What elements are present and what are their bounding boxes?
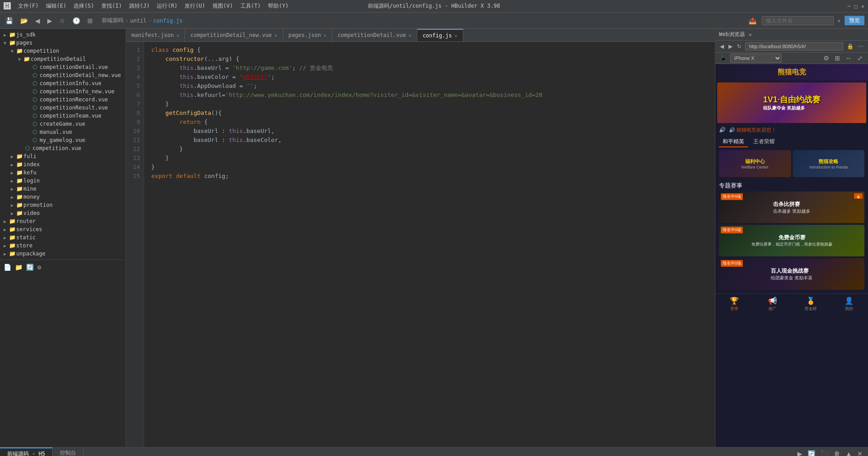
tree-item-mine[interactable]: ▶ 📁 mine [0, 185, 126, 193]
tree-item-unpackage[interactable]: ▶ 📁 unpackage [0, 250, 126, 258]
browser-tool-icon3[interactable]: ↔ [844, 54, 854, 63]
bottom-tab-frontend[interactable]: 前端源码 - H5 [0, 447, 53, 456]
tree-item-competitionDetail[interactable]: ▼ 📁 competitionDetail [0, 55, 126, 63]
tree-item-comprecord-vue[interactable]: ⬡ competitionRecord.vue [0, 96, 126, 104]
save-btn[interactable]: 💾 [4, 16, 15, 25]
tree-item-compinfo-vue[interactable]: ⬡ competitionInfo.vue [0, 79, 126, 87]
game-card-guide[interactable]: 熊猫攻略 Introduction to Panda [793, 150, 865, 177]
menu-view[interactable]: 视图(V) [212, 2, 233, 10]
tree-item-static[interactable]: ▶ 📁 static [0, 233, 126, 242]
browser-forward-btn[interactable]: ▶ [728, 42, 733, 50]
tree-item-compteam-vue[interactable]: ⬡ competitionTeam.vue [0, 112, 126, 120]
menu-file[interactable]: 文件(F) [18, 2, 39, 10]
menu-edit[interactable]: 编辑(E) [46, 2, 67, 10]
multi-btn[interactable]: ⊞ [86, 16, 95, 25]
tree-item-kefu[interactable]: ▶ 📁 kefu [0, 169, 126, 177]
console-refresh-btn[interactable]: 🔄 [806, 449, 817, 456]
tree-item-js-sdk[interactable]: ▶ 📁 js_sdk [0, 31, 126, 39]
tree-item-money[interactable]: ▶ 📁 money [0, 193, 126, 201]
breadcrumb-root[interactable]: 前端源码 [102, 17, 123, 24]
bottom-tab-console[interactable]: 控制台 [53, 447, 84, 456]
bottom-nav-ranking[interactable]: 🏅 赏金榜 [792, 294, 830, 315]
console-clear-btn[interactable]: 🗑 [832, 449, 842, 456]
console-run-btn[interactable]: ▶ [796, 449, 804, 456]
tree-item-pages[interactable]: ▼ 📁 pages [0, 39, 126, 47]
menu-run[interactable]: 运行(R) [157, 2, 177, 10]
tree-item-competition-vue[interactable]: ⬡ competition.vue [0, 144, 126, 152]
console-up-btn[interactable]: ▲ [844, 449, 854, 456]
tree-item-creategame-vue[interactable]: ⬡ createGame.vue [0, 120, 126, 128]
tree-item-mygamelog-vue[interactable]: ⬡ my_gamelog.vue [0, 136, 126, 144]
tree-item-index[interactable]: ▶ 📁 index [0, 160, 126, 169]
tab-pages-json[interactable]: pages.json ✕ [283, 29, 332, 41]
sidebar-new-file-icon[interactable]: 📄 [4, 264, 11, 271]
tree-item-login[interactable]: ▶ 📁 login [0, 177, 126, 185]
tab-competitiondetail-new-vue[interactable]: competitionDetail_new.vue ✕ [185, 29, 283, 41]
browser-back-btn[interactable]: ◀ [719, 42, 725, 50]
menu-publish[interactable]: 发行(U) [185, 2, 205, 10]
browser-address-input[interactable] [745, 42, 843, 50]
event-card-2[interactable]: 报名中0场 免费金币赛 免费玩赛事，稳定币开门槛，再参比赛跑跑赢 [719, 225, 864, 256]
breadcrumb-mid[interactable]: until [130, 18, 146, 24]
tree-item-promotion[interactable]: ▶ 📁 promotion [0, 201, 126, 209]
maximize-btn[interactable]: □ [854, 3, 858, 9]
bottom-nav-match[interactable]: 🏆 赛事 [715, 294, 754, 315]
code-content[interactable]: class config { constructor(...arg) { thi… [144, 42, 715, 447]
sidebar-new-folder-icon[interactable]: 📁 [15, 264, 23, 271]
hero-banner[interactable]: 1V1·自由约战赛 组队豪夺金 奖励越多 [717, 82, 866, 123]
tree-item-router[interactable]: ▶ 📁 router [0, 217, 126, 225]
bottom-nav-promote[interactable]: 📢 推广 [754, 294, 792, 315]
file-search-input[interactable] [762, 16, 834, 25]
tab-close-icon[interactable]: ✕ [455, 33, 457, 38]
browser-tool-icon4[interactable]: ⤢ [855, 54, 864, 63]
browser-more-icon[interactable]: ⋯ [857, 42, 864, 50]
browser-tool-icon2[interactable]: ⊞ [833, 54, 842, 63]
console-stop-btn[interactable]: ⬛ [819, 449, 830, 456]
tab-close-icon[interactable]: ✕ [176, 33, 179, 38]
menu-jump[interactable]: 跳转(J) [129, 2, 150, 10]
tree-item-services[interactable]: ▶ 📁 services [0, 225, 126, 233]
menu-find[interactable]: 查找(I) [101, 2, 122, 10]
sidebar-refresh-icon[interactable]: 🔄 [26, 264, 34, 271]
bottom-nav-mine[interactable]: 👤 我的 [830, 294, 868, 315]
browser-refresh-btn[interactable]: ↻ [736, 42, 742, 50]
recent-btn[interactable]: 🕐 [71, 16, 82, 25]
tab-close-icon[interactable]: ✕ [409, 33, 411, 38]
event-card-1[interactable]: 报名中0场 击杀比拼赛 击杀越多 奖励越多 🔥 [719, 192, 864, 223]
sidebar-settings-icon[interactable]: ⚙ [37, 264, 41, 271]
menu-tools[interactable]: 工具(T) [240, 2, 261, 10]
game-card-welfare[interactable]: 福利中心 Welfare Center [719, 150, 791, 177]
tree-item-compresult-vue[interactable]: ⬡ competitionResult.vue [0, 104, 126, 112]
nav-tab-heping[interactable]: 和平精英 [719, 137, 748, 147]
tab-manifest-json[interactable]: manifest.json ✕ [126, 29, 185, 41]
browser-close-btn[interactable]: ✕ [749, 32, 752, 38]
tree-item-fuli[interactable]: ▶ 📁 fuli [0, 152, 126, 160]
browser-phone-icon[interactable]: 📱 [719, 54, 728, 62]
tab-close-icon[interactable]: ✕ [324, 33, 326, 38]
tab-close-icon[interactable]: ✕ [275, 33, 277, 38]
tree-item-store[interactable]: ▶ 📁 store [0, 242, 126, 250]
filter-icon[interactable]: ⚡ [837, 17, 841, 24]
tree-item-compdetail-vue[interactable]: ⬡ competitionDetail.vue [0, 63, 126, 71]
tab-config-js[interactable]: config.js ✕ [417, 29, 463, 41]
device-selector[interactable]: iPhone X iPhone 12 Samsung Galaxy [730, 54, 782, 63]
forward-btn[interactable]: ▶ [45, 16, 54, 25]
nav-tab-wangzhe[interactable]: 王者荣耀 [750, 137, 778, 147]
browser-tool-icon1[interactable]: ⚙ [822, 54, 831, 63]
tree-item-compinfonew-vue[interactable]: ⬡ competitionInfo_new.vue [0, 87, 126, 96]
console-close-btn[interactable]: ✕ [855, 449, 864, 456]
share-btn[interactable]: 📤 [747, 16, 758, 25]
browser-lock-icon[interactable]: 🔒 [846, 42, 854, 50]
menu-help[interactable]: 帮助(Y) [268, 2, 289, 10]
open-btn[interactable]: 📂 [18, 16, 30, 25]
tab-competitiondetail-vue[interactable]: competitionDetail.vue ✕ [332, 29, 417, 41]
close-btn[interactable]: ✕ [861, 3, 864, 9]
star-btn[interactable]: ☆ [58, 16, 67, 25]
event-card-3[interactable]: 报名中0场 百人现金挑战赛 组团豪奖金 奖励丰富 [719, 258, 864, 290]
minimize-btn[interactable]: ─ [847, 3, 850, 9]
tree-item-compdetailnew-vue[interactable]: ⬡ competitionDetail_new.vue [0, 71, 126, 79]
tree-item-competition[interactable]: ▼ 📁 competition [0, 47, 126, 55]
tree-item-manual-vue[interactable]: ⬡ manual.vue [0, 128, 126, 136]
tree-item-video[interactable]: ▶ 📁 video [0, 209, 126, 217]
preview-button[interactable]: 预览 [845, 16, 864, 25]
